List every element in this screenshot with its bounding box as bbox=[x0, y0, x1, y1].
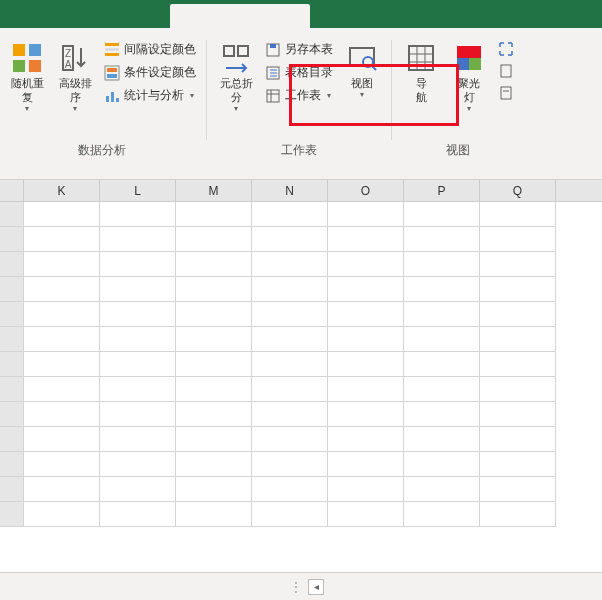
worksheet-button[interactable]: 工作表 ▾ bbox=[263, 86, 335, 105]
random-reorder-button[interactable]: 随机重 复 ▾ bbox=[6, 38, 48, 117]
cell[interactable] bbox=[480, 202, 556, 227]
cell[interactable] bbox=[24, 227, 100, 252]
misc-button-1[interactable] bbox=[496, 40, 516, 58]
cell[interactable] bbox=[404, 202, 480, 227]
sheet-nav-dots[interactable]: ⋮ bbox=[290, 580, 302, 594]
cell[interactable] bbox=[100, 377, 176, 402]
cell[interactable] bbox=[404, 327, 480, 352]
cell[interactable] bbox=[404, 427, 480, 452]
cell[interactable] bbox=[480, 352, 556, 377]
cell[interactable] bbox=[100, 402, 176, 427]
cell[interactable] bbox=[252, 377, 328, 402]
table-toc-button[interactable]: 表格目录 bbox=[263, 63, 335, 82]
cell[interactable] bbox=[100, 327, 176, 352]
cell[interactable] bbox=[176, 452, 252, 477]
cell[interactable] bbox=[480, 377, 556, 402]
cell[interactable] bbox=[24, 327, 100, 352]
cell[interactable] bbox=[328, 302, 404, 327]
cell[interactable] bbox=[404, 302, 480, 327]
cell[interactable] bbox=[100, 227, 176, 252]
row-header[interactable] bbox=[0, 427, 24, 452]
column-header[interactable]: O bbox=[328, 180, 404, 201]
cell[interactable] bbox=[24, 252, 100, 277]
cell[interactable] bbox=[24, 352, 100, 377]
cell[interactable] bbox=[480, 252, 556, 277]
cell[interactable] bbox=[480, 427, 556, 452]
cell[interactable] bbox=[176, 302, 252, 327]
cell[interactable] bbox=[480, 277, 556, 302]
cell[interactable] bbox=[24, 427, 100, 452]
cell[interactable] bbox=[252, 427, 328, 452]
cell[interactable] bbox=[328, 477, 404, 502]
cell[interactable] bbox=[176, 427, 252, 452]
corner-cell[interactable] bbox=[0, 180, 24, 201]
sheet-prev-button[interactable]: ◂ bbox=[308, 579, 324, 595]
cell[interactable] bbox=[24, 502, 100, 527]
cell[interactable] bbox=[404, 277, 480, 302]
cell[interactable] bbox=[100, 202, 176, 227]
column-header[interactable]: P bbox=[404, 180, 480, 201]
cell[interactable] bbox=[328, 402, 404, 427]
row-header[interactable] bbox=[0, 502, 24, 527]
row-header[interactable] bbox=[0, 402, 24, 427]
row-header[interactable] bbox=[0, 227, 24, 252]
cell[interactable] bbox=[328, 277, 404, 302]
cell[interactable] bbox=[252, 452, 328, 477]
cell[interactable] bbox=[252, 277, 328, 302]
save-copy-button[interactable]: 另存本表 bbox=[263, 40, 335, 59]
cell[interactable] bbox=[328, 452, 404, 477]
condition-color-button[interactable]: 条件设定颜色 bbox=[102, 63, 198, 82]
nav-button[interactable]: 导 航 bbox=[400, 38, 442, 108]
row-header[interactable] bbox=[0, 327, 24, 352]
misc-button-3[interactable] bbox=[496, 84, 516, 102]
interval-color-button[interactable]: 间隔设定颜色 bbox=[102, 40, 198, 59]
cell[interactable] bbox=[100, 502, 176, 527]
cell[interactable] bbox=[404, 477, 480, 502]
cell[interactable] bbox=[404, 227, 480, 252]
cell[interactable] bbox=[404, 452, 480, 477]
split-button[interactable]: 元总折 分 ▾ bbox=[215, 38, 257, 117]
cell[interactable] bbox=[176, 327, 252, 352]
cell[interactable] bbox=[24, 477, 100, 502]
cell[interactable] bbox=[404, 377, 480, 402]
cell[interactable] bbox=[24, 377, 100, 402]
cell[interactable] bbox=[100, 452, 176, 477]
cell[interactable] bbox=[176, 277, 252, 302]
cell[interactable] bbox=[252, 502, 328, 527]
column-header[interactable]: N bbox=[252, 180, 328, 201]
row-header[interactable] bbox=[0, 477, 24, 502]
spotlight-button[interactable]: 聚光 灯 ▾ bbox=[448, 38, 490, 117]
cell[interactable] bbox=[328, 227, 404, 252]
row-header[interactable] bbox=[0, 452, 24, 477]
stats-analysis-button[interactable]: 统计与分析 ▾ bbox=[102, 86, 198, 105]
row-header[interactable] bbox=[0, 352, 24, 377]
cell[interactable] bbox=[100, 427, 176, 452]
row-header[interactable] bbox=[0, 277, 24, 302]
cell[interactable] bbox=[100, 477, 176, 502]
cell[interactable] bbox=[252, 402, 328, 427]
cell[interactable] bbox=[252, 352, 328, 377]
column-header[interactable]: K bbox=[24, 180, 100, 201]
column-header[interactable]: L bbox=[100, 180, 176, 201]
cell[interactable] bbox=[100, 302, 176, 327]
cell[interactable] bbox=[404, 252, 480, 277]
cell[interactable] bbox=[176, 227, 252, 252]
cell[interactable] bbox=[328, 427, 404, 452]
cell[interactable] bbox=[328, 202, 404, 227]
cell[interactable] bbox=[252, 302, 328, 327]
row-header[interactable] bbox=[0, 302, 24, 327]
spreadsheet-grid[interactable]: KLMNOPQ bbox=[0, 180, 602, 572]
cell[interactable] bbox=[480, 452, 556, 477]
cell[interactable] bbox=[480, 327, 556, 352]
cell[interactable] bbox=[252, 477, 328, 502]
cell[interactable] bbox=[252, 327, 328, 352]
cell[interactable] bbox=[404, 352, 480, 377]
cell[interactable] bbox=[24, 277, 100, 302]
cell[interactable] bbox=[328, 352, 404, 377]
cell[interactable] bbox=[24, 402, 100, 427]
cell[interactable] bbox=[328, 327, 404, 352]
cell[interactable] bbox=[252, 202, 328, 227]
cell[interactable] bbox=[100, 352, 176, 377]
cell[interactable] bbox=[328, 377, 404, 402]
cell[interactable] bbox=[328, 252, 404, 277]
